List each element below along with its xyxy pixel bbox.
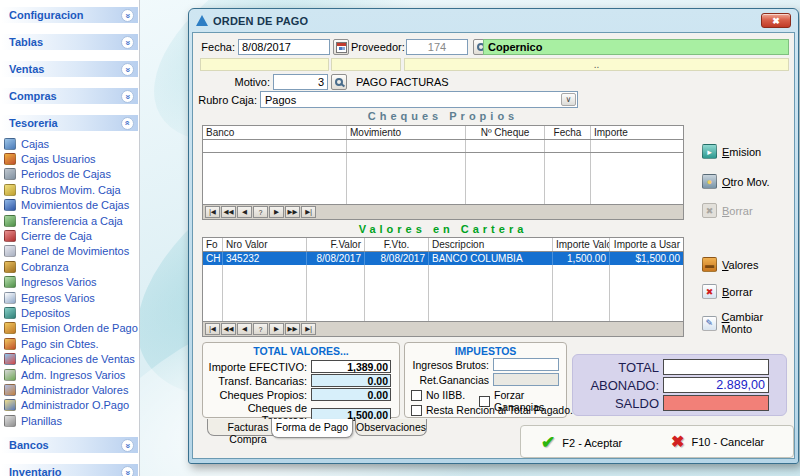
chevron-down-icon[interactable]: »: [121, 63, 134, 76]
tab-observaciones[interactable]: Observaciones: [355, 419, 427, 436]
chevron-down-icon[interactable]: »: [121, 439, 134, 452]
impuestos-row: Ingresos Brutos:: [405, 358, 566, 371]
calendar-button[interactable]: [333, 39, 349, 55]
sidebar-section-inventario[interactable]: Inventario »: [1, 464, 138, 476]
sidebar-item-administrador-opago[interactable]: Administrador O.Pago: [0, 398, 139, 413]
emision-button[interactable]: ▸ Emision: [702, 144, 761, 159]
nav-first-button[interactable]: |◀: [205, 323, 220, 335]
cambiar-monto-button[interactable]: ✎ Cambiar Monto: [702, 311, 794, 335]
sidebar-item-cajas-usuarios[interactable]: Cajas Usuarios: [0, 151, 139, 166]
column-header[interactable]: Importe a Usar: [610, 238, 683, 251]
grid-edit-row[interactable]: [203, 140, 683, 153]
grid-header-row: Fo Nro Valor F.Valor F.Vto. Descripcion …: [203, 238, 683, 252]
sidebar-item-panel-de-movimientos[interactable]: Panel de Movimientos: [0, 244, 139, 259]
nav-prev-button[interactable]: ◀: [237, 206, 252, 218]
nav-next-button[interactable]: ▶: [269, 206, 284, 218]
grid-navigator: |◀ ◀◀ ◀ ? ▶ ▶▶ ▶|: [203, 204, 683, 219]
column-header[interactable]: Importe: [591, 126, 683, 139]
column-header[interactable]: Importe Valor: [553, 238, 610, 251]
panel-icon: [4, 245, 16, 257]
saldo-row: SALDO: [573, 395, 786, 411]
sidebar-section-ventas[interactable]: Ventas »: [1, 61, 138, 77]
sidebar-item-cobranza[interactable]: Cobranza: [0, 259, 139, 274]
column-header[interactable]: Fo: [203, 238, 223, 251]
checkbox-resta-retencion[interactable]: [411, 405, 422, 416]
column-header[interactable]: Fecha: [545, 126, 591, 139]
sidebar-item-egresos-varios[interactable]: Egresos Varios: [0, 290, 139, 305]
tab-forma-de-pago[interactable]: Forma de Pago: [271, 419, 353, 438]
sidebar-item-cajas[interactable]: Cajas: [0, 136, 139, 151]
sidebar-section-tesoreria[interactable]: Tesoreria »: [1, 115, 138, 131]
dialog-client-area: Fecha: 8/08/2017 Proveedor: 174 Copernic…: [192, 32, 795, 459]
checkbox-no-iibb[interactable]: [411, 390, 422, 401]
sidebar-item-rubros-movim-caja[interactable]: Rubros Movim. Caja: [0, 182, 139, 197]
column-header[interactable]: Movimiento: [347, 126, 466, 139]
nav-last-button[interactable]: ▶|: [301, 206, 316, 218]
column-header[interactable]: F.Vto.: [365, 238, 429, 251]
sidebar-item-movimientos-de-cajas[interactable]: Movimientos de Cajas: [0, 198, 139, 213]
sidebar-item-emision-orden-de-pago[interactable]: Emision Orden de Pago: [0, 321, 139, 336]
grid-empty-body: [203, 153, 683, 204]
motivo-search-button[interactable]: [331, 74, 347, 90]
chevron-down-icon[interactable]: »: [121, 466, 134, 476]
impuestos-row: Ret.Ganancias: [405, 373, 566, 386]
nav-prev-button[interactable]: ◀: [237, 323, 252, 335]
saldo-value: [663, 395, 769, 411]
column-header[interactable]: Banco: [203, 126, 347, 139]
sidebar-item-periodos-de-cajas[interactable]: Periodos de Cajas: [0, 167, 139, 182]
importe-efectivo-input[interactable]: 1,389.00: [311, 360, 391, 373]
nav-next-page-button[interactable]: ▶▶: [285, 323, 300, 335]
chevron-down-icon[interactable]: »: [121, 90, 134, 103]
sidebar-section-tablas[interactable]: Tablas »: [1, 34, 138, 50]
sidebar-item-administrador-valores[interactable]: Administrador Valores: [0, 382, 139, 397]
no-iibb-check-row[interactable]: No IIBB.: [411, 389, 465, 401]
total-row: Importe EFECTIVO: 1,389.00: [203, 360, 399, 373]
nav-prev-page-button[interactable]: ◀◀: [221, 323, 236, 335]
cheques-propios-grid: Banco Movimiento Nº Cheque Fecha Importe: [202, 125, 684, 220]
close-button[interactable]: ✖: [761, 13, 791, 28]
column-header[interactable]: F.Valor: [307, 238, 365, 251]
sidebar-item-cierre-de-caja[interactable]: Cierre de Caja: [0, 228, 139, 243]
chevron-down-icon[interactable]: »: [121, 9, 134, 22]
nav-next-button[interactable]: ▶: [269, 323, 284, 335]
chevron-up-icon[interactable]: »: [121, 117, 134, 130]
proveedor-code-input[interactable]: 174: [406, 39, 468, 55]
nav-search-button[interactable]: ?: [253, 323, 268, 335]
accept-button[interactable]: ✔ F2 - Aceptar: [541, 432, 622, 453]
resta-retencion-check-row[interactable]: Resta Rencion al Total Pagado.: [411, 404, 573, 416]
column-header[interactable]: Descripcion: [429, 238, 553, 251]
motivo-input[interactable]: 3: [273, 74, 328, 90]
borrar-valor-button[interactable]: ✖ Borrar: [702, 284, 753, 299]
column-header[interactable]: Nro Valor: [223, 238, 307, 251]
nav-search-button[interactable]: ?: [253, 206, 268, 218]
valores-button[interactable]: ▬ Valores: [702, 257, 759, 272]
nav-last-button[interactable]: ▶|: [301, 323, 316, 335]
nav-next-page-button[interactable]: ▶▶: [285, 206, 300, 218]
otro-mov-button[interactable]: ● Otro Mov.: [702, 174, 769, 189]
sidebar-item-transferencia-a-caja[interactable]: Transferencia a Caja: [0, 213, 139, 228]
selected-row[interactable]: CH 345232 8/08/2017 8/08/2017 BANCO COLU…: [203, 252, 683, 265]
cancel-button[interactable]: ✖ F10 - Cancelar: [671, 432, 764, 451]
sidebar-item-planillas[interactable]: Planillas: [0, 413, 139, 428]
ingresos-brutos-input[interactable]: [493, 358, 559, 371]
column-header[interactable]: Nº Cheque: [466, 126, 545, 139]
rubro-caja-value: Pagos: [265, 94, 296, 106]
sidebar-section-compras[interactable]: Compras »: [1, 88, 138, 104]
nav-first-button[interactable]: |◀: [205, 206, 220, 218]
sidebar-section-configuracion[interactable]: Configuracion »: [1, 7, 138, 23]
grid-header-row: Banco Movimiento Nº Cheque Fecha Importe: [203, 126, 683, 140]
title-bar[interactable]: ORDEN DE PAGO ✖: [192, 9, 795, 32]
nav-prev-page-button[interactable]: ◀◀: [221, 206, 236, 218]
sidebar-item-depositos[interactable]: Depositos: [0, 305, 139, 320]
sidebar-item-aplicaciones-de-ventas[interactable]: Aplicaciones de Ventas: [0, 351, 139, 366]
ret-ganancias-input[interactable]: [493, 373, 559, 386]
sidebar-item-pago-sin-cbtes[interactable]: Pago sin Cbtes.: [0, 336, 139, 351]
grid-navigator: |◀ ◀◀ ◀ ? ▶ ▶▶ ▶|: [203, 321, 683, 336]
sidebar-item-adm-ingresos-varios[interactable]: Adm. Ingresos Varios: [0, 367, 139, 382]
rubro-caja-select[interactable]: Pagos ∨: [260, 91, 578, 108]
sidebar-item-ingresos-varios[interactable]: Ingresos Varios: [0, 275, 139, 290]
fecha-input[interactable]: 8/08/2017: [238, 39, 330, 55]
chevron-down-icon[interactable]: »: [121, 36, 134, 49]
sidebar-section-bancos[interactable]: Bancos »: [1, 437, 138, 453]
section-label: Compras: [9, 90, 57, 102]
